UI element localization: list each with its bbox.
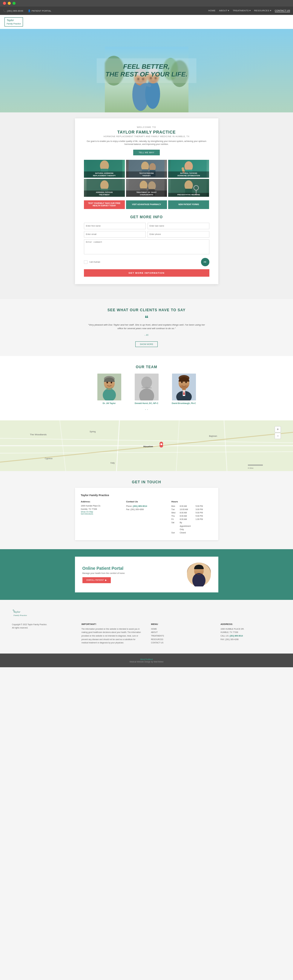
hours-row: Fri8:00 AM1:00 PM [171, 517, 212, 521]
submit-button[interactable]: GET MORE INFORMATION [84, 269, 210, 277]
webtomd-logo: WebToMed [5, 658, 288, 661]
team-photo-3[interactable] [172, 374, 196, 401]
footer-menu-item[interactable]: RESOURCES [151, 638, 212, 641]
arrow-icon: ▶ [105, 579, 107, 581]
service-card-adrenal[interactable]: ADRENAL FATIGUETREATMENT [84, 179, 125, 197]
hours-label: Hours [171, 500, 212, 503]
nav-contact[interactable]: CONTACT US [275, 9, 290, 12]
footer-menu-item[interactable]: HOME [151, 627, 212, 631]
footer-menu-item[interactable]: ABOUT [151, 631, 212, 634]
svg-text:+: + [277, 427, 279, 431]
action-buttons-row: Test Yourself Take our FREEHealth Survey… [84, 200, 210, 209]
footer-columns: Copyright © 2022 Taylor Family Practice.… [12, 623, 281, 644]
nav-home[interactable]: HOME [208, 9, 215, 12]
footer-important-text: The information provided on this website… [82, 627, 142, 644]
service-card-testosterone[interactable]: TESTOSTERONETHERAPY [126, 160, 167, 178]
show-more-button[interactable]: SHOW MORE [135, 341, 158, 347]
service-label-6: PREVENTATIVE MEDICINE [168, 193, 209, 197]
last-name-input[interactable] [147, 223, 210, 229]
service-grid: NATURAL HORMONEREPLACEMENT THERAPY TESTO… [84, 160, 210, 197]
team-photo-1[interactable] [98, 374, 121, 401]
practice-subtitle: HORMONE REPLACEMENT THERAPY AND FAMILY M… [84, 135, 210, 137]
footer-menu-item[interactable]: CONTACT US [151, 641, 212, 644]
team-carousel-dots[interactable]: · · [6, 407, 287, 411]
svg-text:Taylor: Taylor [13, 610, 21, 613]
map-illustration[interactable]: The Woodlands Spring Houston Baytown Cyp… [0, 420, 293, 471]
svg-text:The Woodlands: The Woodlands [30, 433, 46, 436]
comment-textarea[interactable] [84, 239, 210, 254]
team-member-2-image: No Photo [135, 374, 159, 401]
portal-text-block: Online Patient Portal Manage your health… [82, 566, 181, 583]
first-name-input[interactable] [84, 223, 146, 229]
team-photo-2[interactable]: No Photo [135, 374, 159, 401]
svg-text:Cypress: Cypress [45, 457, 53, 460]
webtomd-footer: WebToMed Medical Website Design by WebTo… [0, 654, 293, 667]
advantage-pharmacy-button[interactable]: Visit Advantage Pharmacy [126, 200, 167, 209]
captcha-label: I am human [89, 261, 100, 263]
health-survey-button[interactable]: Test Yourself Take our FREEHealth Survey… [84, 200, 125, 209]
captcha-row: I am human rC [84, 258, 210, 266]
svg-rect-80 [248, 465, 263, 466]
portal-icon: 👤 [28, 10, 31, 12]
footer-address-col: ADDRESS: 1906 HUMBLE PLACE DR. HUMBLE, T… [221, 623, 281, 644]
show-on-map-link[interactable]: Show On Map [81, 511, 122, 513]
email-input[interactable] [84, 231, 146, 238]
logo-bar: Taylor Family Practice [0, 15, 293, 29]
nav-about[interactable]: ABOUT ▾ [219, 9, 229, 12]
phone-number[interactable]: (281) 869-9014 [133, 505, 147, 507]
minimize-window-btn[interactable] [8, 2, 11, 5]
site-logo[interactable]: Taylor Family Practice [5, 17, 23, 27]
footer-address-1: 1906 HUMBLE PLACE DR. [221, 627, 281, 631]
portal-subtitle: Manage your health from the comfort of h… [82, 572, 181, 574]
svg-text:−: − [277, 434, 279, 438]
service-card-thyroid[interactable]: NATURAL THYROIDHORMONE OPTIMIZATION [168, 160, 209, 178]
get-in-touch-section: GET IN TOUCH Taylor Family Practice Addr… [0, 471, 293, 549]
get-directions-link[interactable]: Get Directions [81, 513, 122, 515]
address-column: Address: 1906 Humble Place Dr. Humble, T… [81, 500, 122, 534]
svg-point-57 [181, 381, 183, 383]
nav-portal-link[interactable]: 👤 PATIENT PORTAL [28, 10, 51, 12]
footer-address-2: HUMBLE, TX 77338 [221, 631, 281, 634]
svg-text:Houston: Houston [143, 445, 153, 448]
footer-menu-item[interactable]: TREATMENTS [151, 634, 212, 638]
team-member-1: Dr. Jill Taylor [94, 374, 124, 404]
name-row [84, 223, 210, 229]
phone-input[interactable] [147, 231, 210, 238]
hero-text-overlay: FEEL BETTER, THE REST OF YOUR LIFE. [96, 58, 197, 83]
practice-name: TAYLOR FAMILY PRACTICE [84, 130, 210, 134]
nav-treatments[interactable]: TREATMENTS ▾ [233, 9, 251, 12]
team-member-2: No Photo Donald Hurst, DC, NP-C [132, 374, 162, 404]
service-card-hormone-replacement[interactable]: NATURAL HORMONEREPLACEMENT THERAPY [84, 160, 125, 178]
nav-resources[interactable]: RESOURCES ▾ [254, 9, 271, 12]
maximize-window-btn[interactable] [13, 2, 16, 5]
captcha-checkbox[interactable] [84, 260, 88, 264]
enroll-patient-button[interactable]: ENROLL PATIENT ▶ [82, 577, 111, 583]
hours-row: SatBy Appointment Only [171, 521, 212, 531]
address-line2: Humble, TX 77338 [81, 508, 122, 511]
service-card-preventative[interactable]: PREVENTATIVE MEDICINE [168, 179, 209, 197]
footer-logo: Taylor Family Practice [12, 607, 281, 618]
footer-call-label: CALL US: (281) 869-9014 [221, 634, 281, 638]
testimonial-author: - JC [6, 334, 287, 336]
hero-section: FEEL BETTER, THE REST OF YOUR LIFE. [0, 29, 293, 112]
service-card-yeast[interactable]: TREATMENT OF YEASTOVERGROWTH [126, 179, 167, 197]
open-quote: ❝ [6, 317, 287, 320]
nav-menu: HOME ABOUT ▾ TREATMENTS ▾ RESOURCES ▾ CO… [208, 9, 290, 12]
footer-call-phone[interactable]: (281) 869-9014 [230, 635, 243, 637]
testimonials-title: SEE WHAT OUR CLIENTS HAVE TO SAY [6, 308, 287, 312]
phone-icon: 📞 [3, 10, 6, 12]
svg-text:Baytown: Baytown [209, 435, 217, 438]
contact-practice-name: Taylor Family Practice [81, 494, 212, 497]
close-window-btn[interactable] [3, 2, 6, 5]
tell-me-why-button[interactable]: TELL ME WHY [133, 150, 160, 155]
testimonials-section: SEE WHAT OUR CLIENTS HAVE TO SAY ❝ "Very… [0, 299, 293, 356]
service-label-4: ADRENAL FATIGUETREATMENT [84, 191, 125, 196]
hero-tagline: FEEL BETTER, THE REST OF YOUR LIFE. [106, 63, 187, 78]
practice-description: Our goal is to enable you to enjoy a bet… [84, 140, 210, 146]
portal-title: Online Patient Portal [82, 566, 181, 571]
new-patient-forms-button[interactable]: New Patient Forms [168, 200, 209, 209]
welcome-card: WELCOME TO TAYLOR FAMILY PRACTICE HORMON… [75, 118, 218, 284]
address-label: Address: [81, 500, 122, 503]
footer-address-title: ADDRESS: [221, 623, 281, 625]
nav-phone: 📞 (281) 869-8046 [3, 10, 23, 12]
